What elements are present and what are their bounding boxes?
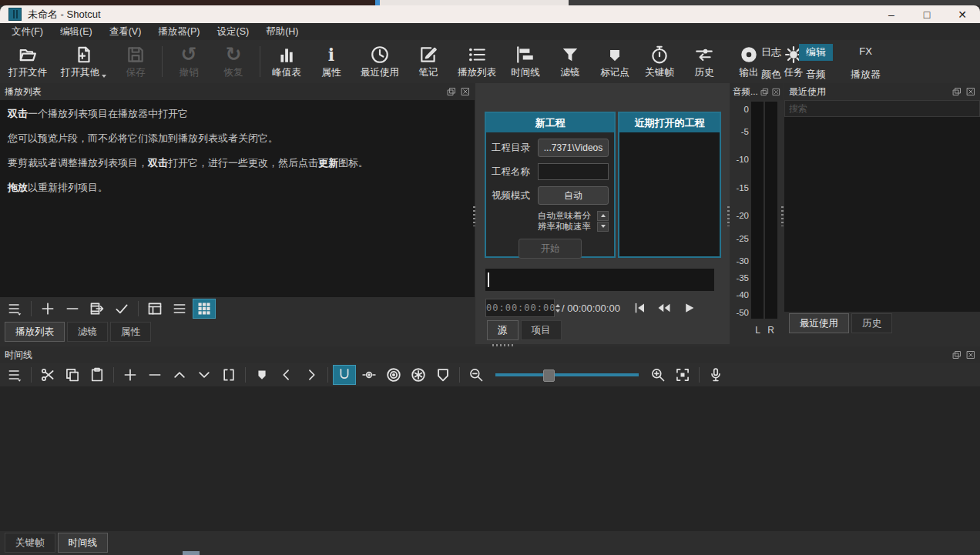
zoom-slider-track[interactable] [495,373,639,376]
splitter-grip[interactable] [473,206,475,226]
tab-history[interactable]: 历史 [851,313,892,333]
timeline-button[interactable]: 时间线 [503,42,548,82]
layout-fx[interactable]: FX [852,44,879,61]
zoom-out-button[interactable] [465,365,488,385]
recent-button[interactable]: 最近使用 [354,42,406,82]
tab-playlist[interactable]: 播放列表 [5,322,65,342]
close-button[interactable]: ✕ [945,5,980,23]
layout-editing[interactable]: 编辑 [799,44,833,61]
menu-help[interactable]: 帮助(H) [257,23,307,40]
video-mode-button[interactable]: 自动 [538,186,609,205]
layout-audio[interactable]: 音频 [799,66,833,83]
record-audio-button[interactable] [704,365,727,385]
project-name-input[interactable] [538,163,609,180]
lift-button[interactable] [168,365,191,385]
close-panel-icon[interactable] [965,87,975,97]
scroll-up-icon[interactable] [597,211,609,221]
float-panel-icon[interactable] [760,87,770,97]
recent-files-list[interactable] [784,117,980,312]
tab-recent[interactable]: 最近使用 [789,313,849,333]
timeline-tracks-area[interactable] [0,386,980,531]
splitter-grip[interactable] [727,206,730,226]
copy-button[interactable] [61,365,84,385]
split-button[interactable] [217,365,240,385]
skip-to-start-button[interactable] [633,301,646,315]
project-folder-button[interactable]: ...7371\Videos [538,139,609,157]
playhead-cursor[interactable] [488,272,489,287]
view-details-button[interactable] [143,299,166,319]
peak-meter-button[interactable]: 峰值表 [264,42,309,82]
properties-button[interactable]: i 属性 [309,42,354,82]
tab-filters[interactable]: 滤镜 [67,322,108,342]
scrub-while-dragging-toggle[interactable] [357,365,381,385]
overwrite-button[interactable] [193,365,216,385]
search-input[interactable] [784,100,980,117]
filters-button[interactable]: 滤镜 [548,42,592,82]
snap-toggle[interactable] [333,365,356,385]
timeline-zoom-slider[interactable] [495,367,639,383]
menu-player[interactable]: 播放器(P) [149,23,208,40]
open-other-button[interactable]: 打开其他 [54,42,113,82]
tab-project[interactable]: 项目 [521,320,562,340]
float-panel-icon[interactable] [446,87,456,97]
ripple-delete-button[interactable] [143,365,166,385]
timecode-spinner[interactable]: 00:00:00:00 [485,299,555,317]
scroll-down-icon[interactable] [597,222,609,232]
timeline-menu-button[interactable] [3,365,26,385]
playlist-update-button[interactable] [110,299,133,319]
timecode-spin-buttons[interactable] [555,299,560,316]
tab-source[interactable]: 源 [487,320,519,340]
menu-view[interactable]: 查看(V) [101,23,150,40]
save-button[interactable]: 保存 [113,42,158,82]
layout-player[interactable]: 播放器 [844,66,888,83]
paste-button[interactable] [86,365,109,385]
keyframes-button[interactable]: 关键帧 [637,42,682,82]
ripple-toggle[interactable] [382,365,405,385]
cut-button[interactable] [36,365,59,385]
ripple-markers-toggle[interactable] [431,365,455,385]
splitter-grip[interactable] [781,206,784,226]
audio-panel-title: 音频... [733,86,758,98]
layout-logging[interactable]: 日志 [754,44,788,61]
playlist-panel-titlebar: 播放列表 [0,83,475,100]
playlist-add-button[interactable] [36,299,59,319]
menu-edit[interactable]: 编辑(E) [52,23,101,40]
undo-button[interactable]: ↺ 撤销 [166,42,211,82]
view-tiles-button[interactable] [168,299,191,319]
open-file-button[interactable]: 打开文件 [2,42,54,82]
layout-color[interactable]: 颜色 [754,66,788,83]
minimize-button[interactable]: – [874,5,909,23]
rewind-button[interactable] [656,301,672,315]
history-button[interactable]: 历史 [682,42,727,82]
redo-button[interactable]: ↻ 恢复 [211,42,256,82]
seek-bar[interactable] [485,269,714,291]
menu-file[interactable]: 文件(F) [3,23,52,40]
next-marker-button[interactable] [300,365,323,385]
append-button[interactable] [119,365,142,385]
tab-timeline[interactable]: 时间线 [58,533,109,553]
tab-keyframes[interactable]: 关键帧 [5,533,55,553]
zoom-in-button[interactable] [646,365,670,385]
close-panel-icon[interactable] [965,350,975,360]
menu-settings[interactable]: 设定(S) [208,23,257,40]
float-panel-icon[interactable] [951,87,962,97]
start-button[interactable]: 开始 [519,239,582,259]
previous-marker-button[interactable] [275,365,298,385]
zoom-slider-handle[interactable] [543,369,555,382]
playlist-menu-button[interactable] [3,299,26,319]
zoom-fit-button[interactable] [671,365,694,385]
playlist-remove-button[interactable] [61,299,84,319]
playlist-open-clip-button[interactable] [86,299,109,319]
close-panel-icon[interactable] [771,87,781,97]
close-panel-icon[interactable] [460,87,470,97]
view-icons-button[interactable] [193,299,216,319]
play-button[interactable] [682,301,696,315]
marker-button[interactable] [250,365,274,385]
tab-properties[interactable]: 属性 [110,322,151,342]
maximize-button[interactable]: □ [909,5,945,23]
notes-button[interactable]: 笔记 [406,42,451,82]
markers-button[interactable]: 标记点 [592,42,637,82]
playlist-button[interactable]: 播放列表 [451,42,503,82]
float-panel-icon[interactable] [951,350,962,360]
ripple-all-tracks-toggle[interactable] [407,365,430,385]
